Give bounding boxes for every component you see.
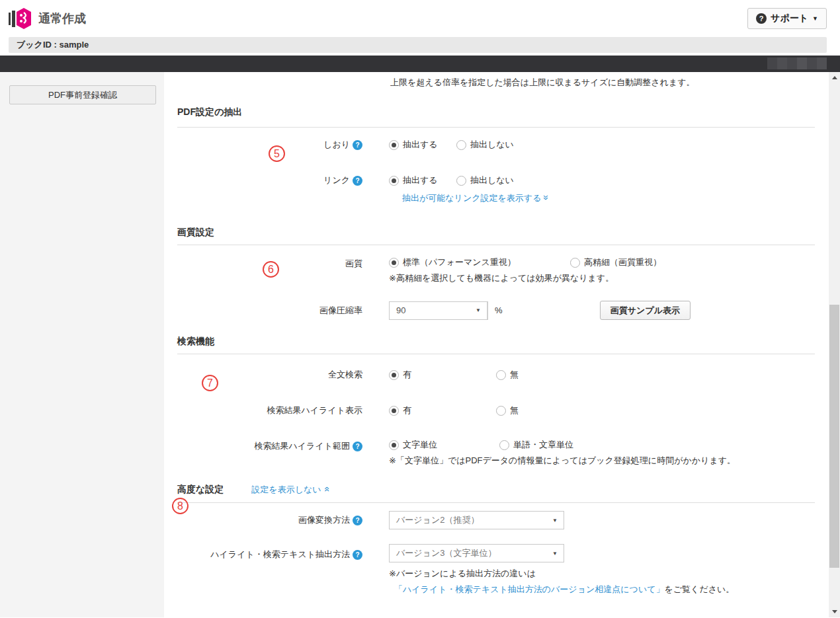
section-divider [177,245,815,245]
caret-down-icon: ▼ [546,518,564,523]
form-row-highlight: 検索結果ハイライト表示 有 無 [177,405,815,416]
quality-sample-button[interactable]: 画質サンプル表示 [600,301,691,320]
radio-label: 単語・文章単位 [513,439,573,451]
radio-unchecked-icon[interactable] [456,140,466,150]
range-word-radio[interactable]: 単語・文章単位 [499,439,573,451]
highlight-yes-radio[interactable]: 有 [389,405,496,416]
fulltext-label-text: 全文検索 [328,369,362,381]
form-row-link: リンク ? 抽出する 抽出しない [177,174,815,186]
highlight-no-radio[interactable]: 無 [496,405,519,416]
book-id-bar: ブックID : sample [9,37,827,53]
question-circle-icon: ? [756,13,767,24]
radio-unchecked-icon[interactable] [496,406,506,416]
radio-label: 抽出する [403,139,438,151]
bookmark-no-extract-radio[interactable]: 抽出しない [456,139,514,151]
radio-label: 抽出しない [470,139,514,151]
highlight-label-text: 検索結果ハイライト表示 [267,405,362,416]
conversion-field-control: バージョン2（推奨） ▼ [389,511,564,529]
extraction-label-text: ハイライト・検索テキスト抽出方法 [210,549,350,560]
bookmark-label-text: しおり [323,139,350,151]
range-note-text: ※「文字単位」ではPDFデータの情報量によってはブック登録処理に時間がかかります… [389,455,735,467]
extraction-note-line2: 「ハイライト・検索テキスト抽出方法のバージョン相違点について」をご覧ください。 [389,584,734,596]
compression-selected-value: 90 [390,305,470,315]
range-label-text: 検索結果ハイライト範囲 [254,440,350,452]
radio-checked-icon[interactable] [389,440,399,450]
annotation-circle-6: 6 [263,261,279,278]
app-header: 通常作成 ? サポート ▼ [0,0,840,36]
caret-down-icon: ▼ [812,15,818,22]
radio-label: 抽出する [403,174,438,186]
highlight-field-control: 有 無 [389,405,519,416]
radio-checked-icon[interactable] [389,140,399,150]
section-divider [177,502,815,503]
pdf-precheck-label: PDF事前登録確認 [48,89,117,101]
fulltext-no-radio[interactable]: 無 [496,369,519,381]
hide-settings-link[interactable]: 設定を表示しない » [251,484,329,496]
link-label-text: リンク [323,174,350,186]
conversion-select[interactable]: バージョン2（推奨） ▼ [389,511,564,529]
section-divider [177,127,815,128]
extraction-note-line1: ※バージョンによる抽出方法の違いは [389,568,734,580]
resize-note-text: 上限を超える倍率を指定した場合は上限に収まるサイズに自動調整されます。 [390,75,815,89]
help-icon[interactable]: ? [353,516,362,525]
help-icon[interactable]: ? [353,442,362,451]
quality-field-control: 標準（パフォーマンス重視） 高精細（画質重視） ※高精細を選択しても機器によって… [389,256,661,284]
left-sidebar: PDF事前登録確認 [0,72,164,617]
chevron-double-down-icon: » [541,195,552,200]
link-no-extract-radio[interactable]: 抽出しない [456,174,514,186]
radio-checked-icon[interactable] [389,176,399,186]
extraction-field-control: バージョン3（文字単位） ▼ ※バージョンによる抽出方法の違いは 「ハイライト・… [389,544,734,596]
fulltext-yes-radio[interactable]: 有 [389,369,496,381]
extraction-select[interactable]: バージョン3（文字単位） ▼ [389,544,564,562]
form-row-fulltext: 全文検索 有 無 [177,369,815,381]
radio-unchecked-icon[interactable] [456,176,466,186]
radio-checked-icon[interactable] [389,406,399,416]
conversion-selected-value: バージョン2（推奨） [390,514,546,526]
show-link-settings-row: 抽出が可能なリンク設定を表示する » [402,192,815,204]
redacted-nav-item [767,58,827,69]
link-field-label: リンク ? [177,174,362,186]
quality-high-radio[interactable]: 高精細（画質重視） [570,256,661,268]
highlight-field-label: 検索結果ハイライト表示 [177,405,362,416]
help-icon[interactable]: ? [353,176,362,186]
support-button[interactable]: ? サポート ▼ [747,8,827,29]
scrollbar-down-arrow[interactable] [829,606,840,617]
version-difference-link[interactable]: 「ハイライト・検索テキスト抽出方法のバージョン相違点について」 [394,584,664,594]
section-title-search: 検索機能 [177,336,815,348]
scrollbar-thumb[interactable] [829,305,839,568]
show-link-settings-link[interactable]: 抽出が可能なリンク設定を表示する » [402,193,549,203]
show-link-settings-text: 抽出が可能なリンク設定を表示する [402,193,541,203]
section-title-advanced: 高度な設定 [177,484,224,496]
bookmark-extract-radio[interactable]: 抽出する [389,139,456,151]
quality-standard-radio[interactable]: 標準（パフォーマンス重視） [389,256,570,268]
compression-select[interactable]: 90 ▼ [389,301,488,320]
form-row-highlight-range: 検索結果ハイライト範囲 ? 文字単位 単語・文章単位 [177,439,815,467]
vertical-scrollbar[interactable] [829,72,840,617]
radio-unchecked-icon[interactable] [499,440,509,450]
extraction-selected-value: バージョン3（文字単位） [390,547,546,559]
range-char-radio[interactable]: 文字単位 [389,439,499,451]
help-icon[interactable]: ? [353,550,362,560]
radio-checked-icon[interactable] [389,258,399,268]
app-logo [8,6,33,31]
radio-checked-icon[interactable] [389,370,399,380]
link-extract-radio[interactable]: 抽出する [389,174,456,186]
link-field-control: 抽出する 抽出しない [389,174,514,186]
radio-label: 有 [403,405,411,416]
caret-down-icon: ▼ [546,551,564,557]
help-icon[interactable]: ? [353,140,362,150]
radio-unchecked-icon[interactable] [570,258,580,268]
radio-label: 無 [510,405,519,416]
fulltext-field-control: 有 無 [389,369,519,381]
radio-unchecked-icon[interactable] [496,370,506,380]
section-divider [177,354,815,354]
radio-label: 高精細（画質重視） [584,256,661,268]
pdf-precheck-button[interactable]: PDF事前登録確認 [9,85,156,104]
conversion-field-label: 画像変換方法 ? [177,514,362,526]
scrollbar-up-arrow[interactable] [829,72,840,83]
conversion-label-text: 画像変換方法 [298,514,350,526]
radio-label: 有 [403,369,411,381]
quality-label-text: 画質 [345,258,362,270]
quality-note-text: ※高精細を選択しても機器によっては効果が異なります。 [389,272,661,284]
form-row-conversion: 画像変換方法 ? バージョン2（推奨） ▼ [177,511,815,529]
